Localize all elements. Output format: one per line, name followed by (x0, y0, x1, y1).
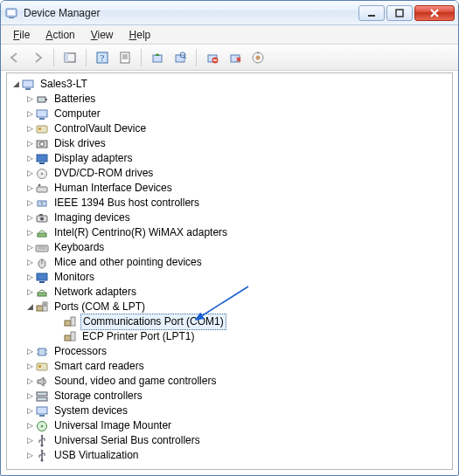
tree-category[interactable]: ▷USB Virtualization (9, 448, 450, 463)
tree-category-label: Universal Serial Bus controllers (54, 434, 200, 446)
tree-category-label: Imaging devices (54, 211, 130, 224)
tree-category[interactable]: ▷Mice and other pointing devices (9, 255, 450, 270)
svg-rect-37 (37, 187, 47, 192)
svg-point-32 (40, 141, 45, 146)
svg-text:?: ? (101, 53, 105, 63)
tree-category[interactable]: ▷Imaging devices (9, 210, 450, 225)
expand-icon[interactable]: ▷ (24, 121, 35, 136)
enable-button[interactable] (247, 48, 268, 67)
svg-point-75 (41, 459, 44, 461)
tree-category[interactable]: ▷Storage controllers (9, 389, 450, 404)
device-tree[interactable]: ◢ Sales3-LT ▷Batteries▷Computer▷ControlV… (7, 73, 452, 469)
tree-category-label: Network adapters (54, 286, 136, 298)
tree-category[interactable]: ▷Batteries (9, 92, 450, 107)
help-button[interactable]: ? (92, 48, 113, 67)
category-icon (35, 375, 49, 389)
expand-icon[interactable]: ▷ (24, 136, 35, 151)
expand-icon[interactable]: ▷ (24, 270, 35, 285)
scan-hardware-button[interactable] (170, 48, 191, 67)
menu-help[interactable]: Help (122, 27, 158, 43)
properties-button[interactable] (115, 48, 136, 67)
expand-icon[interactable]: ▷ (24, 448, 35, 463)
svg-rect-51 (39, 281, 45, 283)
update-driver-button[interactable] (147, 48, 168, 67)
category-icon (35, 360, 49, 374)
expand-icon[interactable]: ▷ (24, 210, 35, 225)
category-icon (35, 167, 49, 181)
device-manager-window: Device Manager File Action View Help (0, 0, 459, 476)
collapse-icon[interactable]: ◢ (24, 300, 35, 314)
maximize-button[interactable] (386, 5, 413, 21)
tree-category[interactable]: ▷Computer (9, 107, 450, 121)
back-button[interactable] (4, 48, 25, 67)
svg-rect-44 (38, 233, 46, 237)
expand-icon[interactable]: ▷ (24, 285, 35, 300)
svg-rect-70 (37, 407, 47, 414)
titlebar[interactable]: Device Manager (1, 1, 458, 25)
tree-category[interactable]: ▷Universal Image Mounter (9, 418, 450, 433)
tree-category[interactable]: ▷Disk drives (9, 136, 450, 151)
category-icon (35, 404, 49, 418)
tree-category[interactable]: ▷Sound, video and game controllers (9, 374, 450, 389)
category-icon (35, 286, 49, 300)
tree-category[interactable]: ▷Processors (9, 344, 450, 359)
tree-panel: ◢ Sales3-LT ▷Batteries▷Computer▷ControlV… (6, 72, 453, 470)
expand-icon[interactable]: ▷ (24, 225, 35, 240)
tree-category[interactable]: ▷Intel(R) Centrino(R) WiMAX adapters (9, 225, 450, 240)
tree-item-com1[interactable]: Communications Port (COM1) (9, 314, 450, 329)
menu-view[interactable]: View (84, 27, 121, 43)
tree-category[interactable]: ▷Network adapters (9, 285, 450, 300)
tree-item-lpt1[interactable]: ECP Printer Port (LPT1) (9, 329, 450, 344)
expand-icon[interactable]: ▷ (24, 240, 35, 255)
menu-file[interactable]: File (6, 27, 37, 43)
svg-rect-66 (37, 363, 47, 370)
no-expand-icon (52, 329, 63, 344)
expand-icon[interactable]: ▷ (24, 374, 35, 389)
expand-icon[interactable]: ▷ (24, 151, 35, 166)
tree-category-label: System devices (54, 404, 128, 417)
expand-icon[interactable]: ▷ (24, 404, 35, 418)
expand-icon[interactable]: ▷ (24, 255, 35, 270)
tree-root[interactable]: ◢ Sales3-LT (9, 77, 450, 92)
tree-category[interactable]: ▷Keyboards (9, 240, 450, 255)
expand-icon[interactable]: ▷ (24, 181, 35, 196)
menu-action[interactable]: Action (38, 27, 81, 43)
svg-rect-57 (65, 321, 71, 326)
tree-category[interactable]: ▷Monitors (9, 270, 450, 285)
tree-category[interactable]: ▷Display adapters (9, 151, 450, 166)
expand-icon[interactable]: ▷ (24, 166, 35, 181)
expand-icon[interactable]: ▷ (24, 92, 35, 107)
expand-icon[interactable]: ▷ (24, 359, 35, 374)
show-hide-tree-button[interactable] (59, 48, 80, 67)
svg-rect-30 (38, 128, 41, 130)
tree-category[interactable]: ▷YIEEE 1394 Bus host controllers (9, 196, 450, 210)
svg-point-42 (40, 217, 44, 220)
toolbar: ? (1, 45, 458, 71)
expand-icon[interactable]: ▷ (24, 344, 35, 359)
expand-icon[interactable]: ▷ (24, 107, 35, 121)
expand-icon[interactable]: ▷ (24, 433, 35, 448)
forward-button[interactable] (27, 48, 48, 67)
collapse-icon[interactable]: ◢ (10, 77, 21, 92)
expand-icon[interactable]: ▷ (24, 196, 35, 210)
tree-category[interactable]: ▷DVD/CD-ROM drives (9, 166, 450, 181)
tree-category-ports[interactable]: ◢ Ports (COM & LPT) (9, 300, 450, 314)
tree-category[interactable]: ▷Smart card readers (9, 359, 450, 374)
close-button[interactable] (414, 5, 455, 21)
tree-category[interactable]: ▷Universal Serial Bus controllers (9, 433, 450, 448)
category-icon (35, 137, 49, 151)
category-icon (35, 152, 49, 166)
uninstall-button[interactable] (202, 48, 223, 67)
tree-category[interactable]: ▷ControlVault Device (9, 121, 450, 136)
ports-icon (35, 300, 49, 314)
disable-button[interactable] (225, 48, 246, 67)
toolbar-separator (86, 49, 87, 66)
tree-item-label: Communications Port (COM1) (83, 315, 224, 328)
tree-category[interactable]: ▷System devices (9, 404, 450, 418)
minimize-button[interactable] (358, 5, 385, 21)
expand-icon[interactable]: ▷ (24, 418, 35, 433)
expand-icon[interactable]: ▷ (24, 389, 35, 404)
tree-category-label: DVD/CD-ROM drives (54, 167, 153, 179)
svg-point-36 (41, 172, 43, 174)
tree-category[interactable]: ▷Human Interface Devices (9, 181, 450, 196)
